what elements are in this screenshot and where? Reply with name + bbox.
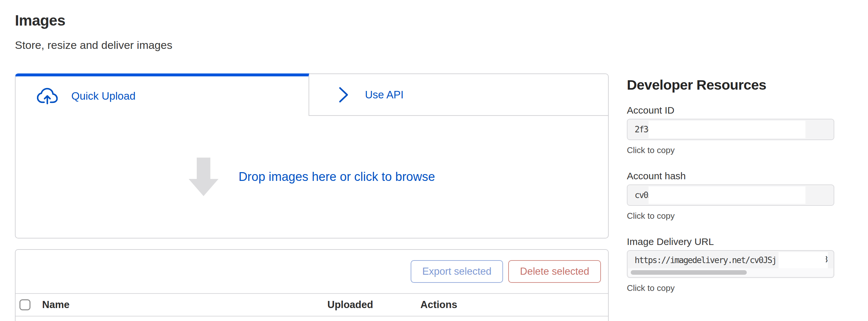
drop-zone-label: Drop images here or click to browse <box>239 170 435 184</box>
select-all-checkbox[interactable] <box>20 299 30 310</box>
url-scrollbar-thumb[interactable] <box>631 270 747 275</box>
account-hash-copy-hint: Click to copy <box>627 211 834 221</box>
developer-resources-title: Developer Resources <box>627 77 834 93</box>
image-delivery-url-value: https://imagedelivery.net/cv0JSj <box>634 255 776 265</box>
tab-quick-upload[interactable]: Quick Upload <box>15 73 309 116</box>
account-hash-field[interactable]: cv0J <box>627 184 834 206</box>
column-header-actions: Actions <box>421 299 608 311</box>
image-delivery-url-label: Image Delivery URL <box>627 236 834 248</box>
account-id-section: Account ID 2f3d Click to copy <box>627 105 834 155</box>
tab-use-api-label: Use API <box>365 89 404 101</box>
image-delivery-url-copy-hint: Click to copy <box>627 283 834 293</box>
images-table-card: Export selected Delete selected Name Upl… <box>15 249 609 321</box>
delete-selected-button[interactable]: Delete selected <box>508 260 601 283</box>
cloud-upload-icon <box>37 88 58 105</box>
image-drop-zone[interactable]: Drop images here or click to browse <box>15 116 609 239</box>
account-id-field[interactable]: 2f3d <box>627 119 834 140</box>
image-delivery-url-partial-char: 3 <box>826 255 830 267</box>
account-hash-redaction <box>649 186 805 204</box>
down-arrow-icon <box>189 157 218 197</box>
upload-tabs: Quick Upload Use API <box>15 73 609 116</box>
account-id-copy-hint: Click to copy <box>627 145 834 155</box>
image-delivery-url-redaction <box>779 252 828 269</box>
export-selected-button[interactable]: Export selected <box>411 260 503 283</box>
tab-quick-upload-label: Quick Upload <box>71 90 135 102</box>
page-subtitle: Store, resize and deliver images <box>15 39 173 51</box>
account-hash-label: Account hash <box>627 170 834 182</box>
images-page: Images Store, resize and deliver images … <box>0 0 868 321</box>
account-id-redaction <box>649 121 805 138</box>
page-title: Images <box>15 12 65 29</box>
upload-card: Quick Upload Use API Drop images here or… <box>15 73 609 239</box>
developer-resources-panel: Developer Resources Account ID 2f3d Clic… <box>627 77 834 308</box>
url-horizontal-scrollbar <box>628 268 833 277</box>
table-header-row: Name Uploaded Actions <box>16 294 608 317</box>
tab-use-api[interactable]: Use API <box>309 73 609 116</box>
table-toolbar: Export selected Delete selected <box>16 250 608 294</box>
image-delivery-url-field[interactable]: https://imagedelivery.net/cv0JSj 3 <box>627 250 834 278</box>
account-id-label: Account ID <box>627 105 834 116</box>
image-delivery-url-section: Image Delivery URL https://imagedelivery… <box>627 236 834 293</box>
chevron-right-icon <box>337 86 350 104</box>
column-header-name: Name <box>42 299 328 311</box>
account-hash-section: Account hash cv0J Click to copy <box>627 170 834 221</box>
column-header-uploaded: Uploaded <box>328 299 421 311</box>
